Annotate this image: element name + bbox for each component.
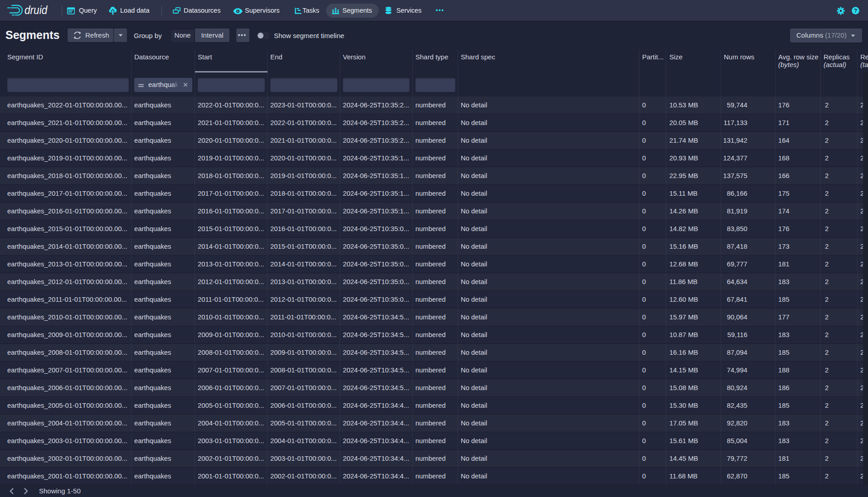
svg-text:?: ? [854,8,858,14]
